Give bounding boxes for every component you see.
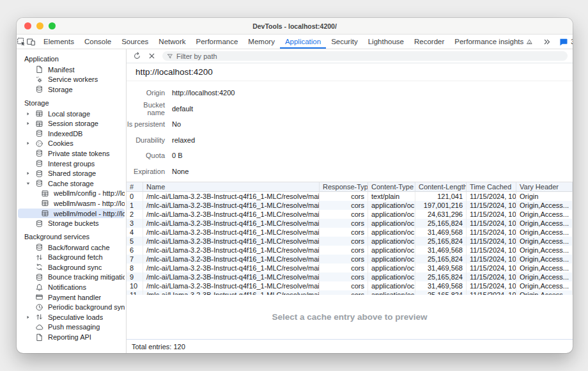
issues-button[interactable]: 3	[555, 37, 573, 47]
application-sidebar: ApplicationManifestService workersStorag…	[17, 49, 127, 353]
column-header-content-length[interactable]: Content-Length	[415, 182, 467, 192]
column-header-response-type[interactable]: Response-Type	[320, 182, 368, 192]
cache-entry-row[interactable]: 0/mlc-ai/Llama-3.2-3B-Instruct-q4f16_1-M…	[127, 192, 573, 201]
sidebar-item-speculative-loads[interactable]: Speculative loads	[18, 312, 125, 322]
cache-entry-row[interactable]: 5/mlc-ai/Llama-3.2-3B-Instruct-q4f16_1-M…	[127, 237, 573, 246]
detail-value: No	[172, 120, 181, 128]
cell-time-cached: 11/15/2024, 10...	[467, 210, 516, 219]
zoom-window-button[interactable]	[49, 22, 56, 29]
tab-elements[interactable]: Elements	[38, 35, 79, 49]
sidebar-item-push-messaging[interactable]: Push messaging	[18, 322, 125, 333]
cell-content-length: 25,165,824	[415, 219, 467, 228]
filter-box[interactable]	[162, 51, 568, 61]
cell-response-type: cors	[320, 290, 368, 295]
sidebar-item-webllm-wasm-http-loca[interactable]: webllm/wasm - http://loca...	[18, 198, 125, 209]
sidebar-item-session-storage[interactable]: Session storage	[18, 118, 125, 129]
tab-console[interactable]: Console	[79, 35, 116, 49]
sidebar-item-reporting-api[interactable]: Reporting API	[18, 332, 125, 342]
cell-: 10	[127, 281, 143, 290]
sidebar-item-storage-buckets[interactable]: Storage buckets	[18, 218, 125, 228]
inspect-element-button[interactable]	[17, 35, 26, 49]
tab-performance-insights[interactable]: Performance insights	[449, 35, 538, 49]
cache-entry-row[interactable]: 6/mlc-ai/Llama-3.2-3B-Instruct-q4f16_1-M…	[127, 246, 573, 255]
cell-content-length: 31,469,568	[415, 281, 467, 290]
chevron-right-icon[interactable]	[26, 171, 34, 176]
tab-security[interactable]: Security	[326, 35, 363, 49]
origin-heading: http://localhost:4200	[127, 63, 573, 81]
sidebar-item-shared-storage[interactable]: Shared storage	[18, 168, 125, 178]
sidebar-item-label: Bounce tracking mitigations	[48, 273, 125, 281]
delete-selected-button[interactable]	[145, 51, 158, 62]
cache-entry-row[interactable]: 11/mlc-ai/Llama-3.2-3B-Instruct-q4f16_1-…	[127, 290, 573, 295]
cell-: 4	[127, 228, 143, 237]
sidebar-item-notifications[interactable]: Notifications	[18, 282, 125, 292]
more-tabs-button[interactable]	[538, 37, 555, 47]
column-header-vary-header[interactable]: Vary Header	[516, 182, 573, 192]
cell-content-type: application/oc...	[368, 201, 415, 210]
tab-sources[interactable]: Sources	[116, 35, 153, 49]
sidebar-item-label: Private state tokens	[48, 150, 110, 157]
chevron-right-icon[interactable]	[26, 141, 34, 146]
sidebar-item-storage[interactable]: Storage	[18, 84, 125, 95]
cache-storage-panel: http://localhost:4200 Originhttp://local…	[127, 49, 573, 353]
column-header-content-type[interactable]: Content-Type	[368, 182, 415, 192]
sidebar-item-webllm-model-http-loc[interactable]: webllm/model - http://loc...	[18, 209, 125, 219]
sidebar-item-local-storage[interactable]: Local storage	[18, 109, 125, 119]
preview-pane: Select a cache entry above to preview	[127, 295, 573, 339]
tab-network[interactable]: Network	[153, 35, 190, 49]
close-window-button[interactable]	[24, 22, 31, 29]
refresh-button[interactable]	[130, 51, 143, 62]
cache-entry-row[interactable]: 7/mlc-ai/Llama-3.2-3B-Instruct-q4f16_1-M…	[127, 255, 573, 264]
column-header-name[interactable]: Name	[143, 182, 320, 192]
detail-value: default	[172, 105, 193, 113]
column-header-time-cached[interactable]: Time Cached	[467, 182, 516, 192]
issues-count: 3	[571, 38, 573, 45]
sidebar-item-background-sync[interactable]: Background sync	[18, 262, 125, 272]
sidebar-item-webllm-config-http-loc[interactable]: webllm/config - http://loc...	[18, 189, 125, 199]
cache-entry-row[interactable]: 2/mlc-ai/Llama-3.2-3B-Instruct-q4f16_1-M…	[127, 210, 573, 219]
cell-vary-header: Origin,Access...	[516, 290, 573, 295]
sidebar-item-periodic-background-sync[interactable]: Periodic background sync	[18, 302, 125, 312]
sidebar-section-storage: Storage	[17, 95, 126, 109]
cache-entry-row[interactable]: 1/mlc-ai/Llama-3.2-3B-Instruct-q4f16_1-M…	[127, 201, 573, 210]
cache-entry-row[interactable]: 4/mlc-ai/Llama-3.2-3B-Instruct-q4f16_1-M…	[127, 228, 573, 237]
database-icon	[34, 219, 44, 228]
tab-recorder[interactable]: Recorder	[409, 35, 449, 49]
chevron-right-icon[interactable]	[26, 315, 34, 320]
cache-entry-row[interactable]: 3/mlc-ai/Llama-3.2-3B-Instruct-q4f16_1-M…	[127, 219, 573, 228]
cell-name: /mlc-ai/Llama-3.2-3B-Instruct-q4f16_1-ML…	[143, 192, 320, 201]
column-header-[interactable]: #	[127, 182, 143, 192]
sidebar-item-label: Notifications	[48, 283, 86, 291]
preview-placeholder-text: Select a cache entry above to preview	[272, 312, 427, 322]
sidebar-item-service-workers[interactable]: Service workers	[18, 75, 125, 85]
minimize-window-button[interactable]	[36, 22, 43, 29]
cache-entry-row[interactable]: 8/mlc-ai/Llama-3.2-3B-Instruct-q4f16_1-M…	[127, 264, 573, 272]
sidebar-item-back-forward-cache[interactable]: Back/forward cache	[18, 242, 125, 253]
device-toolbar-button[interactable]	[26, 35, 36, 49]
cell-vary-header: Origin,Access...	[516, 246, 573, 255]
chevron-right-icon[interactable]	[26, 111, 34, 116]
cell-content-type: application/oc...	[368, 246, 415, 255]
cache-entry-row[interactable]: 9/mlc-ai/Llama-3.2-3B-Instruct-q4f16_1-M…	[127, 272, 573, 281]
tab-performance[interactable]: Performance	[191, 35, 244, 49]
cache-entry-row[interactable]: 10/mlc-ai/Llama-3.2-3B-Instruct-q4f16_1-…	[127, 281, 573, 290]
cell-: 5	[127, 237, 143, 246]
tab-application[interactable]: Application	[280, 35, 326, 49]
chevron-down-icon[interactable]	[26, 181, 34, 186]
sidebar-item-interest-groups[interactable]: Interest groups	[18, 159, 125, 169]
sidebar-item-indexeddb[interactable]: IndexedDB	[18, 129, 125, 139]
sidebar-item-bounce-tracking-mitigations[interactable]: Bounce tracking mitigations	[18, 272, 125, 283]
sidebar-item-cache-storage[interactable]: Cache storage	[18, 178, 125, 189]
chevron-right-icon[interactable]	[26, 121, 34, 126]
tab-label: Elements	[43, 38, 74, 45]
sidebar-item-cookies[interactable]: Cookies	[18, 139, 125, 149]
tab-lighthouse[interactable]: Lighthouse	[363, 35, 409, 49]
sidebar-item-manifest[interactable]: Manifest	[18, 65, 125, 75]
sidebar-item-private-state-tokens[interactable]: Private state tokens	[18, 148, 125, 159]
tab-memory[interactable]: Memory	[243, 35, 280, 49]
filter-input[interactable]	[176, 52, 563, 60]
sidebar-item-background-fetch[interactable]: Background fetch	[18, 253, 125, 263]
cell-name: /mlc-ai/Llama-3.2-3B-Instruct-q4f16_1-ML…	[143, 255, 320, 264]
sidebar-item-payment-handler[interactable]: Payment handler	[18, 292, 125, 303]
detail-row-is-persistent: Is persistentNo	[127, 116, 573, 132]
